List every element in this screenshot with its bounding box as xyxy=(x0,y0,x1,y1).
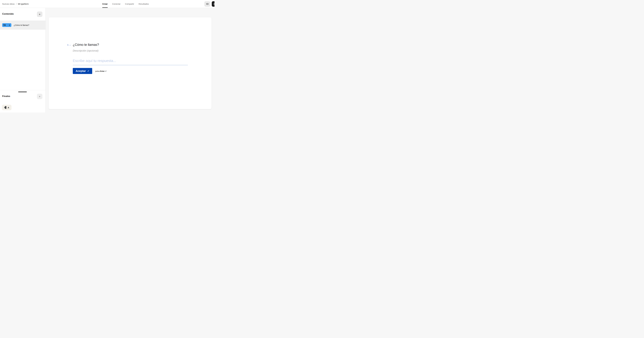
topbar: Nuevas ideas / Mi typeform Crear Conecta… xyxy=(0,0,214,8)
question-item-label: ¿Cómo te llamas? xyxy=(14,24,29,26)
enter-hint: pulsa Enter ↵ xyxy=(95,70,107,72)
theme-button[interactable]: A xyxy=(2,105,12,110)
plus-icon: + xyxy=(39,13,40,16)
answer-input[interactable]: Escribe aquí tu respuesta... xyxy=(73,59,116,63)
publish-button[interactable]: P xyxy=(212,1,214,7)
check-icon: ✓ xyxy=(87,70,89,72)
return-key-icon: ↵ xyxy=(105,70,107,72)
design-theme-icon xyxy=(4,106,6,109)
canvas-area: 1→ ¿Cómo te llamas? Descripción (opciona… xyxy=(46,8,214,112)
tab-conectar[interactable]: Conectar xyxy=(112,0,120,8)
answer-input-underline xyxy=(73,65,188,65)
submit-button[interactable]: Aceptar ✓ xyxy=(73,68,92,74)
main-tabs: Crear Conectar Compartir Resultados xyxy=(102,0,149,8)
add-content-button[interactable]: + xyxy=(37,11,42,17)
add-ending-button[interactable]: + xyxy=(37,94,42,99)
tab-resultados[interactable]: Resultados xyxy=(138,0,149,8)
plus-icon: + xyxy=(39,95,40,98)
breadcrumb-form-name[interactable]: Mi typeform xyxy=(18,3,28,5)
font-letter-icon: A xyxy=(8,106,9,109)
breadcrumb-separator: / xyxy=(16,3,16,5)
question-index: 1 xyxy=(9,24,10,26)
tab-compartir[interactable]: Compartir xyxy=(125,0,134,8)
preview-button[interactable] xyxy=(204,1,210,7)
sidebar: Contenido + 1 ¿Cómo te llamas? Finales + xyxy=(0,8,46,112)
question-list-item[interactable]: 1 ¿Cómo te llamas? xyxy=(0,20,46,30)
content-section-title: Contenido xyxy=(2,12,14,15)
submit-label: Aceptar xyxy=(76,69,86,73)
question-title[interactable]: ¿Cómo te llamas? xyxy=(73,43,99,47)
question-number: 1→ xyxy=(67,44,71,46)
panel-resize-handle[interactable] xyxy=(18,91,27,92)
question-badge: 1 xyxy=(2,23,11,27)
eye-icon xyxy=(206,2,209,5)
question-description-placeholder[interactable]: Descripción (opcional) xyxy=(73,49,98,52)
tab-crear[interactable]: Crear xyxy=(102,0,108,8)
breadcrumb: Nuevas ideas / Mi typeform xyxy=(2,0,28,8)
arrow-right-icon: → xyxy=(69,44,71,46)
endings-section-title: Finales xyxy=(2,95,10,98)
breadcrumb-workspace[interactable]: Nuevas ideas xyxy=(2,3,15,5)
short-text-icon xyxy=(4,24,6,26)
question-preview-card: 1→ ¿Cómo te llamas? Descripción (opciona… xyxy=(49,17,212,109)
